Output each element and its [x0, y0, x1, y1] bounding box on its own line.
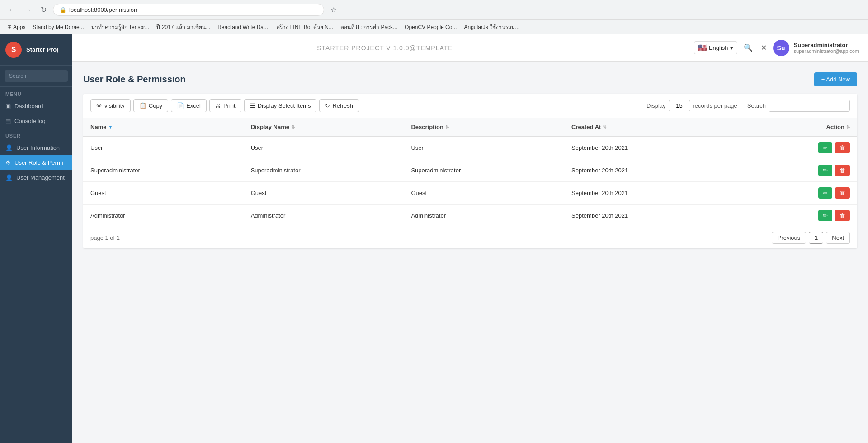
th-action[interactable]: Action ⇅ — [742, 118, 857, 136]
page-content: User Role & Permission + Add New 👁 visib… — [72, 62, 868, 443]
delete-button-1[interactable]: 🗑 — [835, 165, 850, 176]
delete-button-2[interactable]: 🗑 — [835, 187, 850, 199]
table-row: UserUserUserSeptember 20th 2021 ✏ 🗑 — [83, 136, 857, 159]
copy-label: Copy — [149, 102, 162, 109]
delete-button-0[interactable]: 🗑 — [835, 142, 850, 153]
user-role-label: User Role & Permi — [14, 159, 63, 166]
cell-created-at: September 20th 2021 — [564, 136, 742, 159]
data-table: Name ▼ Display Name ⇅ — [83, 118, 857, 227]
add-new-button[interactable]: + Add New — [814, 72, 857, 86]
sort-icon-action: ⇅ — [846, 124, 850, 129]
sort-icon-display: ⇅ — [291, 124, 295, 129]
browser-bar: ← → ↻ 🔒 localhost:8000/permission ☆ — [0, 0, 868, 20]
table-card: 👁 visibility 📋 Copy 📄 Excel 🖨 Print — [83, 94, 857, 248]
language-selector[interactable]: 🇺🇸 English ▾ — [694, 41, 737, 54]
close-nav-button[interactable]: ✕ — [759, 42, 769, 54]
excel-button[interactable]: 📄 Excel — [171, 99, 207, 112]
th-description[interactable]: Description ⇅ — [404, 118, 564, 136]
cell-name: Guest — [83, 182, 244, 205]
sidebar-item-console-log[interactable]: ▤ Console log — [0, 114, 72, 129]
display-select-button[interactable]: ☰ Display Select Items — [244, 99, 317, 112]
edit-button-0[interactable]: ✏ — [818, 142, 832, 153]
sort-icon-created: ⇅ — [603, 124, 606, 129]
sidebar-item-dashboard[interactable]: ▣ Dashboard — [0, 99, 72, 114]
language-label: English — [709, 44, 728, 51]
page-title: User Role & Permission — [83, 74, 186, 85]
bookmark-8[interactable]: AngularJs ใช้งานรวม... — [461, 22, 522, 32]
cell-display-name: Administrator — [244, 205, 404, 227]
lock-icon: 🔒 — [60, 7, 66, 13]
edit-button-2[interactable]: ✏ — [818, 187, 832, 199]
bookmark-star-button[interactable]: ☆ — [328, 4, 340, 16]
copy-button[interactable]: 📋 Copy — [133, 99, 168, 112]
search-nav-button[interactable]: 🔍 — [742, 42, 755, 54]
sidebar-item-user-role-permission[interactable]: ⚙ User Role & Permi — [0, 155, 72, 170]
search-input[interactable] — [5, 70, 68, 82]
pagination-bar: page 1 of 1 Previous 1 Next — [83, 227, 857, 248]
th-name[interactable]: Name ▼ — [83, 118, 244, 136]
edit-button-1[interactable]: ✏ — [818, 165, 832, 176]
cell-description: Superadministrator — [404, 159, 564, 182]
user-info-label: User Information — [16, 144, 60, 151]
cell-action: ✏ 🗑 — [742, 136, 857, 159]
apps-icon: ⊞ — [7, 24, 12, 30]
table-search-input[interactable] — [769, 100, 850, 112]
bookmark-7[interactable]: OpenCV People Co... — [402, 23, 459, 31]
table-header: Name ▼ Display Name ⇅ — [83, 118, 857, 136]
address-bar[interactable]: 🔒 localhost:8000/permission — [53, 4, 324, 16]
pagination-controls: Previous 1 Next — [772, 232, 850, 244]
search-text-label: Search — [747, 102, 766, 109]
sort-icon-name: ▼ — [108, 124, 113, 129]
dashboard-icon: ▣ — [5, 103, 11, 110]
th-display-name[interactable]: Display Name ⇅ — [244, 118, 404, 136]
table-row: SuperadministratorSuperadministratorSupe… — [83, 159, 857, 182]
action-buttons: ✏ 🗑 — [749, 142, 850, 153]
refresh-label: Refresh — [332, 102, 353, 109]
action-buttons: ✏ 🗑 — [749, 165, 850, 176]
previous-page-button[interactable]: Previous — [772, 232, 807, 244]
bookmark-1[interactable]: Stand by Me Dorae... — [30, 23, 86, 31]
bookmark-apps[interactable]: ⊞ Apps — [5, 23, 28, 31]
cell-description: Guest — [404, 182, 564, 205]
bookmark-5[interactable]: สร้าง LINE Bot ด้วย N... — [274, 22, 336, 32]
bookmark-3[interactable]: ปี 2017 แล้ว มาเขียน... — [154, 22, 213, 32]
edit-button-3[interactable]: ✏ — [818, 210, 832, 221]
user-avatar[interactable]: Su — [773, 40, 789, 56]
records-per-page-input[interactable] — [669, 100, 690, 111]
top-nav: STARTER PROJECT V 1.0.0@TEMPLATE 🇺🇸 Engl… — [72, 34, 868, 62]
page-info: page 1 of 1 — [90, 234, 120, 241]
visibility-button[interactable]: 👁 visibility — [90, 99, 131, 112]
cell-display-name: User — [244, 136, 404, 159]
cell-created-at: September 20th 2021 — [564, 159, 742, 182]
table-row: AdministratorAdministratorAdministratorS… — [83, 205, 857, 227]
flag-icon: 🇺🇸 — [698, 43, 707, 52]
bookmark-2[interactable]: มาทำความรู้จัก Tensor... — [89, 22, 152, 32]
page-number-1-button[interactable]: 1 — [809, 232, 823, 244]
th-created-at[interactable]: Created At ⇅ — [564, 118, 742, 136]
sidebar-logo: S Starter Proj — [0, 34, 72, 66]
cell-action: ✏ 🗑 — [742, 205, 857, 227]
cell-action: ✏ 🗑 — [742, 182, 857, 205]
lang-dropdown-icon: ▾ — [730, 44, 733, 51]
sidebar-search — [0, 66, 72, 87]
cell-created-at: September 20th 2021 — [564, 205, 742, 227]
menu-section-label: MENU — [0, 87, 72, 99]
sidebar-item-user-information[interactable]: 👤 User Information — [0, 140, 72, 155]
refresh-button[interactable]: ↻ Refresh — [319, 99, 359, 112]
app-title: STARTER PROJECT V 1.0.0@TEMPLATE — [81, 44, 689, 52]
back-button[interactable]: ← — [5, 4, 18, 16]
delete-button-3[interactable]: 🗑 — [835, 210, 850, 221]
sidebar-item-user-management[interactable]: 👤 User Management — [0, 170, 72, 185]
user-display-email: superadministrator@app.com — [794, 48, 859, 54]
display-select-label: Display Select Items — [258, 102, 311, 109]
forward-button[interactable]: → — [22, 4, 34, 16]
user-info-icon: 👤 — [5, 144, 13, 151]
bookmark-6[interactable]: ตอนที่ 8 : การทำ Pack... — [338, 22, 400, 32]
bookmark-4[interactable]: Read and Write Dat... — [215, 23, 272, 31]
user-section-label: USER — [0, 129, 72, 140]
user-mgmt-icon: 👤 — [5, 174, 13, 181]
cell-name: Superadministrator — [83, 159, 244, 182]
next-page-button[interactable]: Next — [826, 232, 850, 244]
print-button[interactable]: 🖨 Print — [209, 99, 241, 112]
reload-button[interactable]: ↻ — [38, 4, 49, 16]
